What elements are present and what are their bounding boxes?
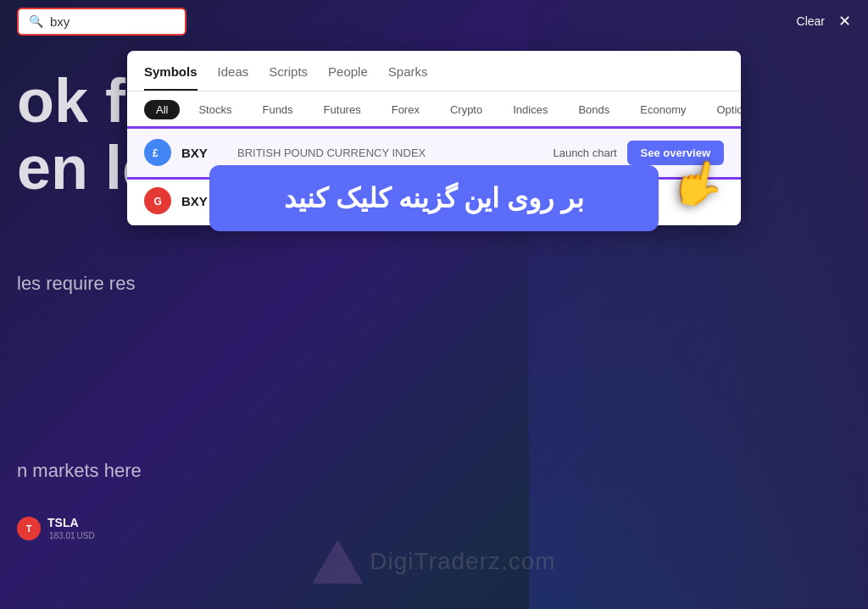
watermark: DigiTraderz.com: [312, 540, 555, 584]
filter-stocks[interactable]: Stocks: [186, 100, 243, 119]
filter-indices[interactable]: Indices: [501, 100, 559, 119]
tab-ideas[interactable]: Ideas: [218, 51, 249, 91]
tsla-ticker: T TSLA 183.01USD: [17, 516, 95, 541]
search-bar-wrapper: 🔍 Clear ✕: [0, 0, 868, 42]
filter-all[interactable]: All: [144, 100, 180, 119]
svg-text:£: £: [153, 147, 159, 159]
callout-box: بر روی این گزینه کلیک کنید: [209, 165, 659, 231]
search-input[interactable]: [50, 14, 160, 29]
bxy-name: BRITISH POUND CURRENCY INDEX: [237, 147, 553, 159]
pound-icon: £: [150, 145, 165, 160]
tab-people[interactable]: People: [328, 51, 368, 91]
tsla-icon: T: [17, 517, 41, 540]
filter-bonds[interactable]: Bonds: [566, 100, 621, 119]
tab-symbols[interactable]: Symbols: [144, 51, 198, 91]
bg-markets-text: n markets here: [0, 460, 142, 482]
ticker-info: TSLA 183.01USD: [47, 516, 95, 541]
bg-sub-text: les require res: [0, 271, 135, 297]
filter-crypto[interactable]: Crypto: [438, 100, 494, 119]
watermark-logo: DigiTraderz.com: [312, 540, 555, 584]
tab-scripts[interactable]: Scripts: [269, 51, 308, 91]
launch-chart-button[interactable]: Launch chart: [553, 147, 616, 159]
filter-forex[interactable]: Forex: [380, 100, 431, 119]
filter-funds[interactable]: Funds: [250, 100, 304, 119]
search-icon: 🔍: [29, 14, 43, 28]
close-button[interactable]: ✕: [838, 14, 851, 29]
watermark-triangle-icon: [312, 540, 363, 584]
callout-overlay: بر روی این گزینه کلیک کنید 👆: [131, 165, 737, 231]
filter-economy[interactable]: Economy: [628, 100, 698, 119]
search-tabs: Symbols Ideas Scripts People Sparks: [127, 51, 741, 91]
ticker-price: 183.01USD: [47, 529, 95, 541]
bxy-ticker: BXY: [181, 146, 224, 160]
tab-sparks[interactable]: Sparks: [388, 51, 428, 91]
watermark-text: DigiTraderz.com: [370, 548, 555, 575]
search-input-container[interactable]: 🔍: [17, 8, 186, 36]
filter-options[interactable]: Options: [705, 100, 742, 119]
filter-futures[interactable]: Futures: [312, 100, 373, 119]
bxy-symbol-icon: £: [144, 139, 171, 166]
filter-pills: All Stocks Funds Futures Forex Crypto In…: [127, 91, 741, 129]
clear-button[interactable]: Clear: [797, 14, 825, 28]
search-actions: Clear ✕: [797, 14, 851, 29]
ticker-symbol: TSLA: [47, 516, 95, 529]
